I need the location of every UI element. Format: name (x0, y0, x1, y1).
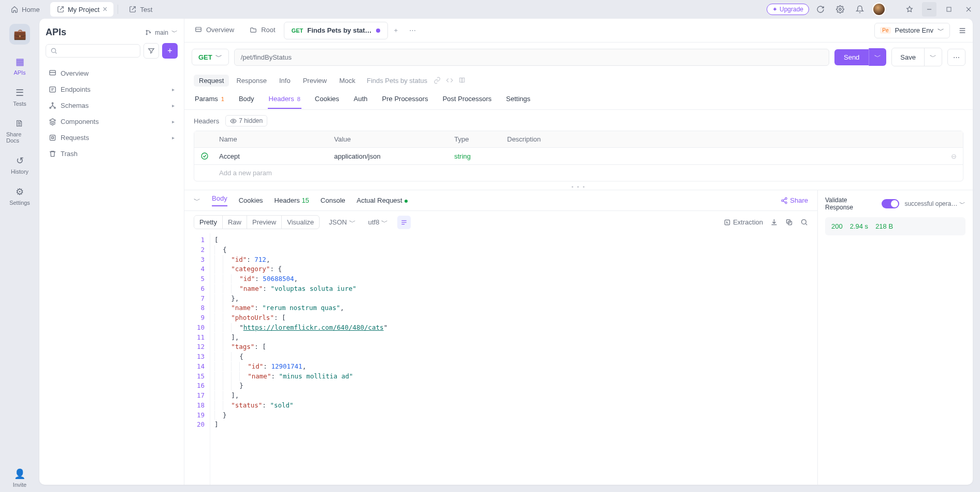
svg-point-26 (785, 202, 787, 204)
panel-menu-icon[interactable] (955, 23, 970, 38)
wrap-toggle[interactable] (397, 216, 411, 229)
remove-row-icon[interactable]: ⊖ (944, 152, 957, 160)
resptab-body[interactable]: Body (212, 194, 227, 206)
project-logo[interactable]: 💼 (9, 24, 30, 45)
env-selector[interactable]: Pe Petstore Env ﹀ (874, 23, 950, 38)
sidebar-item-schemas[interactable]: Schemas ▸ (46, 98, 178, 113)
refresh-icon[interactable] (813, 2, 828, 17)
svg-point-5 (146, 30, 147, 31)
schema-selector[interactable]: successful opera… ﹀ (904, 200, 965, 208)
resize-handle[interactable]: • • • (184, 184, 973, 190)
method-selector[interactable]: GET ﹀ (192, 49, 229, 65)
code-icon[interactable] (446, 77, 453, 84)
resptab-cookies[interactable]: Cookies (239, 196, 263, 204)
subtab-mock[interactable]: Mock (334, 75, 361, 87)
sidebar-item-endpoints[interactable]: Endpoints ▸ (46, 82, 178, 97)
minimize-icon[interactable] (922, 2, 936, 17)
upgrade-button[interactable]: ✦ Upgrade (767, 4, 809, 15)
copy-icon[interactable] (785, 218, 793, 226)
rail-item-apis[interactable]: ▦ APIs (4, 52, 35, 80)
tabs-more-button[interactable]: ⋯ (404, 23, 421, 37)
subtab-info[interactable]: Info (274, 75, 296, 87)
reqtab-cookies[interactable]: Cookies (314, 90, 340, 109)
sidebar-item-trash[interactable]: Trash (46, 146, 178, 161)
view-preview[interactable]: Preview (247, 216, 282, 229)
pin-icon[interactable] (902, 2, 917, 17)
link-icon[interactable] (434, 77, 441, 84)
chevron-down-icon: ﹀ (171, 28, 178, 37)
rail-item-invite[interactable]: 👤 Invite (4, 464, 35, 492)
headers-table: Name Value Type Description Accept appli… (194, 131, 963, 181)
request-more-button[interactable]: ⋯ (947, 49, 965, 66)
book-icon[interactable] (458, 77, 466, 84)
bell-icon[interactable] (853, 2, 867, 17)
person-add-icon: 👤 (14, 468, 25, 480)
layers-icon: ☰ (16, 87, 24, 99)
resptab-console[interactable]: Console (321, 196, 345, 204)
avatar[interactable] (872, 3, 886, 16)
reqtab-params[interactable]: Params1 (194, 90, 225, 109)
url-input[interactable]: /pet/findByStatus (234, 49, 829, 66)
sidebar-item-overview[interactable]: Overview (46, 66, 178, 81)
send-dropdown[interactable]: ﹀ (869, 48, 886, 66)
view-visualize[interactable]: Visualize (282, 216, 319, 229)
sidebar-item-requests[interactable]: Requests ▸ (46, 130, 178, 145)
titlebar-tab-home[interactable]: Home (4, 2, 46, 17)
close-window-icon[interactable] (961, 2, 976, 17)
reqtab-pre[interactable]: Pre Processors (381, 90, 429, 109)
view-raw[interactable]: Raw (223, 216, 247, 229)
titlebar-tab-project[interactable]: My Project × (50, 2, 114, 17)
collapse-response-icon[interactable]: ﹀ (194, 196, 200, 205)
sidebar-item-components[interactable]: Components ▸ (46, 114, 178, 129)
add-param-row[interactable]: Add a new param (194, 165, 963, 181)
encoding-selector[interactable]: utf8 ﹀ (365, 216, 392, 229)
subtab-preview[interactable]: Preview (298, 75, 332, 87)
save-dropdown[interactable]: ﹀ (924, 48, 942, 66)
check-icon[interactable] (200, 152, 213, 160)
response-body[interactable]: 1234567891011121314151617181920 [ { "id"… (184, 233, 817, 485)
schemas-icon (49, 102, 56, 109)
maximize-icon[interactable] (942, 2, 956, 17)
settings-gear-icon[interactable] (833, 2, 847, 17)
branch-selector[interactable]: main ﹀ (145, 28, 178, 37)
svg-point-15 (54, 107, 56, 109)
extraction-button[interactable]: Extraction (724, 218, 763, 226)
status-dot-icon (405, 200, 408, 203)
reqtab-headers[interactable]: Headers8 (268, 90, 301, 109)
table-row[interactable]: Accept application/json string ⊖ (194, 148, 963, 165)
resptab-headers[interactable]: Headers 15 (275, 196, 309, 204)
svg-point-6 (146, 34, 147, 35)
download-icon[interactable] (770, 218, 778, 226)
reqtab-settings[interactable]: Settings (505, 90, 531, 109)
status-code: 200 (831, 222, 843, 230)
titlebar-tab-test[interactable]: Test (122, 2, 158, 17)
tab-root[interactable]: Root (242, 19, 282, 42)
request-icon (49, 134, 56, 142)
reqtab-post[interactable]: Post Processors (441, 90, 493, 109)
new-tab-button[interactable]: + (389, 23, 403, 37)
reqtab-auth[interactable]: Auth (353, 90, 369, 109)
subtab-request[interactable]: Request (194, 75, 229, 87)
validate-toggle[interactable] (882, 199, 899, 208)
close-icon[interactable]: × (103, 5, 107, 13)
subtab-response[interactable]: Response (231, 75, 272, 87)
view-pretty[interactable]: Pretty (194, 216, 223, 229)
tab-overview[interactable]: Overview (188, 19, 241, 42)
add-button[interactable]: + (162, 43, 178, 59)
save-button[interactable]: Save (892, 49, 924, 65)
format-selector[interactable]: JSON ﹀ (326, 216, 359, 229)
search-input[interactable] (46, 44, 140, 58)
reqtab-body[interactable]: Body (238, 90, 255, 109)
share-button[interactable]: Share (781, 196, 808, 204)
send-button[interactable]: Send (834, 49, 869, 65)
search-icon[interactable] (800, 218, 808, 226)
rail-item-share-docs[interactable]: 🗎 Share Docs (4, 114, 35, 148)
rail-item-tests[interactable]: ☰ Tests (4, 83, 35, 111)
filter-button[interactable] (143, 43, 159, 59)
hidden-headers-toggle[interactable]: 7 hidden (225, 115, 267, 126)
rail-item-history[interactable]: ↺ History (4, 151, 35, 179)
sidebar-title: APIs (46, 27, 66, 38)
tab-request[interactable]: GET Finds Pets by stat… (284, 22, 388, 39)
rail-item-settings[interactable]: ⚙ Settings (4, 182, 35, 210)
resptab-actual[interactable]: Actual Request (357, 196, 408, 204)
